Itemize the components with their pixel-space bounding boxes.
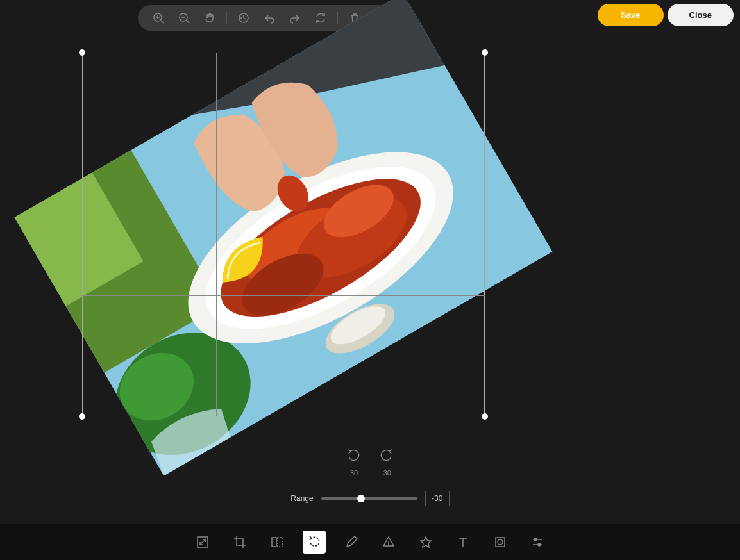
rotation-slider[interactable] — [321, 497, 417, 500]
hand-icon — [203, 12, 216, 24]
tool-icon[interactable] — [414, 531, 437, 554]
crop-handle-top-left[interactable] — [79, 49, 85, 56]
tool-shape[interactable] — [377, 531, 400, 554]
rotate-cw-icon — [346, 449, 362, 465]
redo-icon — [289, 12, 301, 24]
rotate-cw-label: 30 — [350, 469, 358, 477]
history-icon — [237, 12, 250, 24]
rotate-cw-button[interactable]: 30 — [346, 449, 362, 477]
svg-point-36 — [534, 538, 537, 541]
svg-line-5 — [187, 21, 189, 23]
svg-rect-27 — [278, 538, 282, 547]
svg-rect-33 — [496, 538, 505, 547]
star-icon — [419, 535, 433, 549]
svg-marker-30 — [421, 537, 431, 547]
save-button[interactable]: Save — [598, 4, 663, 26]
svg-line-1 — [161, 21, 164, 23]
rotate-ccw-icon — [378, 449, 394, 465]
rotate-ccw-button[interactable]: -30 — [378, 449, 394, 477]
sliders-icon — [530, 535, 544, 549]
bottom-tool-strip — [0, 524, 740, 560]
crop-handle-bottom-left[interactable] — [79, 413, 85, 420]
pencil-icon — [344, 535, 358, 549]
slider-track — [321, 497, 417, 500]
crop-grid — [82, 53, 485, 416]
flip-icon — [270, 535, 284, 549]
slider-thumb[interactable] — [357, 495, 365, 502]
undo-icon — [263, 12, 276, 24]
pan-button[interactable] — [197, 8, 223, 28]
svg-line-8 — [244, 18, 246, 19]
svg-rect-26 — [272, 538, 276, 547]
tool-resize[interactable] — [191, 531, 214, 554]
separator — [226, 12, 227, 24]
svg-point-34 — [498, 539, 503, 545]
tool-filter[interactable] — [526, 531, 549, 554]
undo-button[interactable] — [256, 8, 282, 28]
zoom-out-button[interactable] — [171, 8, 197, 28]
rotate-icon — [307, 535, 321, 549]
zoom-in-icon — [152, 12, 165, 24]
text-icon — [456, 535, 470, 549]
crop-area[interactable] — [82, 53, 485, 416]
svg-point-38 — [538, 543, 541, 546]
reset-button[interactable] — [308, 8, 333, 28]
close-button[interactable]: Close — [668, 4, 734, 26]
refresh-icon — [314, 12, 327, 24]
zoom-out-icon — [178, 12, 190, 24]
zoom-in-button[interactable] — [146, 8, 171, 28]
tool-crop[interactable] — [228, 531, 251, 554]
crop-handle-top-right[interactable] — [482, 49, 488, 56]
rotation-value[interactable]: -30 — [425, 491, 450, 506]
shape-icon — [382, 535, 396, 549]
redo-button[interactable] — [282, 8, 308, 28]
range-label: Range — [290, 494, 313, 503]
tool-mask[interactable] — [489, 531, 512, 554]
separator — [337, 12, 338, 24]
tool-rotate[interactable] — [303, 531, 326, 554]
rotate-panel: 30 -30 Range -30 — [0, 449, 740, 506]
crop-icon — [233, 535, 247, 549]
rotate-ccw-label: -30 — [381, 469, 391, 477]
crop-handle-bottom-right[interactable] — [482, 413, 488, 420]
tool-text[interactable] — [451, 531, 475, 554]
mask-icon — [493, 535, 507, 549]
resize-icon — [196, 535, 210, 549]
tool-flip[interactable] — [265, 531, 289, 554]
tool-draw[interactable] — [340, 531, 363, 554]
history-button[interactable] — [231, 8, 256, 28]
header-actions: Save Close — [598, 4, 734, 26]
